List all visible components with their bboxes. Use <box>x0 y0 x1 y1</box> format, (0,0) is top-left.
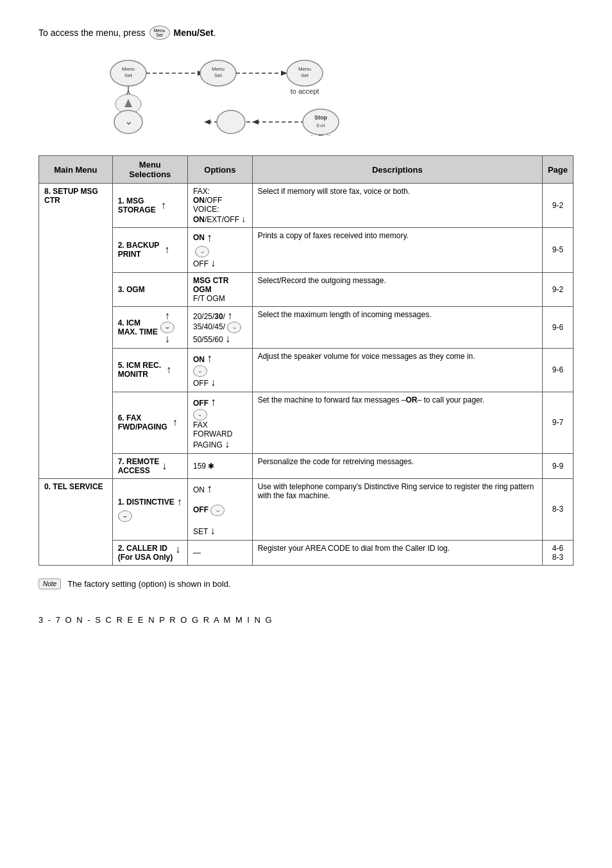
desc-6: Set the machine to forward fax messages … <box>252 392 542 453</box>
page-2: 9-5 <box>542 228 573 273</box>
menu-sel-4: 4. ICMMAX. TIME ↑ ⌣ ↓ <box>112 306 187 348</box>
svg-text:Menu: Menu <box>212 66 225 72</box>
options-9: — <box>187 540 252 565</box>
svg-text:⌄: ⌄ <box>124 116 133 126</box>
table-row: 2. CALLER ID(For USA Only) ↓ — Register … <box>39 540 574 565</box>
desc-5: Adjust the speaker volume for voice mess… <box>252 348 542 392</box>
col-header-options: Options <box>187 156 252 184</box>
menu-set-icon: MenuSet <box>149 26 170 40</box>
table-row: 7. REMOTEACCESS ↓ 159 ✱ Personalize the … <box>39 453 574 478</box>
menu-sel-8: 1. DISTINCTIVE ↑ ⌣ <box>112 478 187 540</box>
page-footer: 3 - 7 O N - S C R E E N P R O G R A M M … <box>38 615 574 625</box>
svg-marker-21 <box>204 119 210 125</box>
svg-text:Set: Set <box>214 73 223 78</box>
page-5: 9-6 <box>542 348 573 392</box>
desc-7: Personalize the code for retreiving mess… <box>252 453 542 478</box>
table-row: 5. ICM REC.MONITR ↑ ON ↑ ⌣ OFF ↓ Adjust … <box>39 348 574 392</box>
main-menu-label-2: 0. TEL SERVICE <box>39 478 113 565</box>
options-6: OFF ↑ ⌣ FAX FORWARD PAGING ↓ <box>187 392 252 453</box>
svg-marker-24 <box>252 119 259 125</box>
desc-9: Register your AREA CODE to dial from the… <box>252 540 542 565</box>
desc-4: Select the maximum length of incoming me… <box>252 306 542 348</box>
intro-line: To access the menu, press MenuSet Menu/S… <box>38 26 574 40</box>
table-row: 0. TEL SERVICE 1. DISTINCTIVE ↑ ⌣ ON ↑ O <box>39 478 574 540</box>
nav-diagram-svg: Menu Set Menu Set Menu Set to accept ⌄ <box>77 53 398 136</box>
menu-sel-6: 6. FAXFWD/PAGING ↑ <box>112 392 187 453</box>
svg-text:to Exit: to Exit <box>311 134 331 136</box>
svg-text:Set: Set <box>301 73 309 78</box>
page-7: 9-9 <box>542 453 573 478</box>
table-row: 8. SETUP MSG CTR 1. MSGSTORAGE ↑ FAX: ON… <box>39 184 574 228</box>
menu-sel-1: 1. MSGSTORAGE ↑ <box>112 184 187 228</box>
page-4: 9-6 <box>542 306 573 348</box>
options-4: 20/25/30/ ↑ 35/40/45/ ⌣ 50/55/60 ↓ <box>187 306 252 348</box>
col-header-main-menu: Main Menu <box>39 156 113 184</box>
page-8: 8-3 <box>542 478 573 540</box>
note-badge: Note <box>38 578 61 589</box>
page-ref-text: 3 - 7 O N - S C R E E N P R O G R A M M … <box>38 615 273 625</box>
menu-sel-9: 2. CALLER ID(For USA Only) ↓ <box>112 540 187 565</box>
options-1: FAX: ON/OFF VOICE: ON/EXT/OFF ↓ <box>187 184 252 228</box>
intro-text-after: Menu/Set. <box>174 28 216 38</box>
options-3: MSG CTR OGM F/T OGM <box>187 272 252 306</box>
table-row: 4. ICMMAX. TIME ↑ ⌣ ↓ 20/25/30/ ↑ 35/40/… <box>39 306 574 348</box>
page-9: 4-68-3 <box>542 540 573 565</box>
svg-text:Stop: Stop <box>314 114 327 121</box>
options-2: ON ↑ ⌣ OFF ↓ <box>187 228 252 273</box>
desc-2: Prints a copy of faxes received into mem… <box>252 228 542 273</box>
intro-text-before: To access the menu, press <box>38 28 146 38</box>
options-5: ON ↑ ⌣ OFF ↓ <box>187 348 252 392</box>
menu-sel-5: 5. ICM REC.MONITR ↑ <box>112 348 187 392</box>
table-row: 3. OGM MSG CTR OGM F/T OGM Select/Record… <box>39 272 574 306</box>
svg-text:Set: Set <box>124 73 133 78</box>
svg-text:Menu: Menu <box>122 66 135 72</box>
svg-text:to accept: to accept <box>291 87 319 95</box>
options-7: 159 ✱ <box>187 453 252 478</box>
footer-note: Note The factory setting (option) is sho… <box>38 578 574 589</box>
menu-sel-2: 2. BACKUPPRINT ↑ <box>112 228 187 273</box>
footer-note-text: The factory setting (option) is shown in… <box>67 579 230 589</box>
col-header-desc: Descriptions <box>252 156 542 184</box>
col-header-menu-sel: Menu Selections <box>112 156 187 184</box>
desc-8: Use with telephone company's Distinctive… <box>252 478 542 540</box>
desc-1: Select if memory will store fax, voice o… <box>252 184 542 228</box>
svg-point-25 <box>303 109 339 135</box>
page-6: 9-7 <box>542 392 573 453</box>
col-header-page: Page <box>542 156 573 184</box>
options-8: ON ↑ OFF ⌣ SET ↓ <box>187 478 252 540</box>
page-3: 9-2 <box>542 272 573 306</box>
svg-point-22 <box>217 110 245 134</box>
table-row: 2. BACKUPPRINT ↑ ON ↑ ⌣ OFF ↓ Prints a c… <box>39 228 574 273</box>
table-row: 6. FAXFWD/PAGING ↑ OFF ↑ ⌣ FAX FORWARD P… <box>39 392 574 453</box>
page-1: 9-2 <box>542 184 573 228</box>
menu-table: Main Menu Menu Selections Options Descri… <box>38 155 574 566</box>
main-menu-label: 8. SETUP MSG CTR <box>39 184 113 479</box>
desc-3: Select/Record the outgoing message. <box>252 272 542 306</box>
svg-text:Exit: Exit <box>316 123 325 128</box>
menu-sel-7: 7. REMOTEACCESS ↓ <box>112 453 187 478</box>
menu-sel-3: 3. OGM <box>112 272 187 306</box>
nav-diagram: Menu Set Menu Set Menu Set to accept ⌄ <box>77 53 398 136</box>
svg-text:Menu: Menu <box>298 66 311 72</box>
